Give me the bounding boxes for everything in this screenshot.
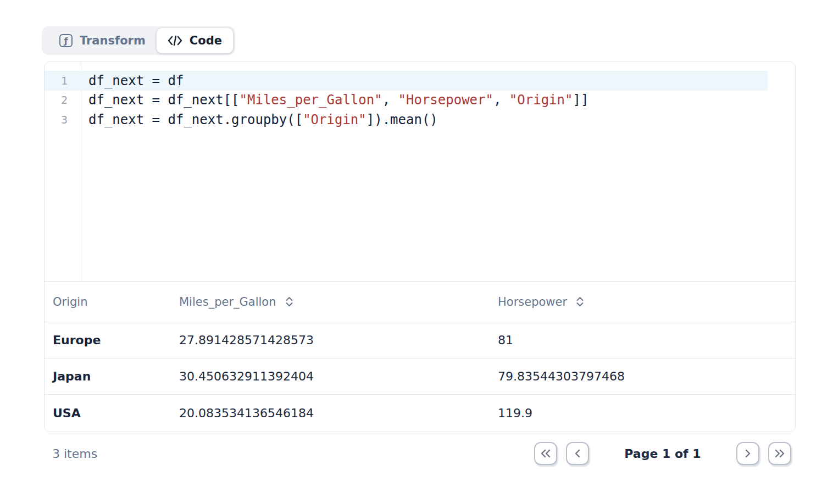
pagination: Page 1 of 1 <box>534 442 796 465</box>
table-row: Japan30.45063291139240479.83544303797468 <box>45 359 795 395</box>
code-line[interactable]: 2df_next = df_next[["Miles_per_Gallon", … <box>45 91 768 110</box>
column-label: Miles_per_Gallon <box>179 295 276 309</box>
cell-origin: Europe <box>45 333 179 347</box>
code-brackets-icon <box>168 35 182 46</box>
cell-horsepower: 119.9 <box>498 406 795 420</box>
table-row: USA20.083534136546184119.9 <box>45 395 795 432</box>
sort-arrows-icon[interactable] <box>285 296 294 307</box>
first-page-icon <box>540 449 551 458</box>
cell-miles-per-gallon: 30.450632911392404 <box>179 369 498 383</box>
code-editor[interactable]: 1df_next = df2df_next = df_next[["Miles_… <box>45 62 795 282</box>
sort-arrows-icon[interactable] <box>575 296 585 307</box>
next-page-button[interactable] <box>736 442 759 465</box>
table-header: OriginMiles_per_GallonHorsepower <box>45 282 795 322</box>
cell-horsepower: 81 <box>498 333 795 347</box>
tab-code[interactable]: Code <box>157 28 233 53</box>
cell-origin: Japan <box>45 369 179 383</box>
code-line[interactable]: 3df_next = df_next.groupby(["Origin"]).m… <box>45 110 768 130</box>
last-page-button[interactable] <box>768 442 791 465</box>
previous-page-icon <box>574 449 581 458</box>
code-text: df_next = df_next[["Miles_per_Gallon", "… <box>81 92 588 108</box>
view-switcher: ƒ Transform Code <box>42 26 235 55</box>
column-header-horsepower[interactable]: Horsepower <box>498 295 795 309</box>
cell-miles-per-gallon: 20.083534136546184 <box>179 406 498 420</box>
code-line[interactable]: 1df_next = df <box>45 71 768 91</box>
table-body: Europe27.89142857142857381Japan30.450632… <box>45 322 795 432</box>
column-label: Origin <box>53 295 87 309</box>
table-footer: 3 items Page 1 of 1 <box>44 439 796 468</box>
first-page-button[interactable] <box>534 442 557 465</box>
line-number: 1 <box>45 74 81 87</box>
column-label: Horsepower <box>498 295 567 309</box>
cell-origin: USA <box>45 406 179 420</box>
tab-transform[interactable]: ƒ Transform <box>42 26 157 55</box>
tab-transform-label: Transform <box>80 34 146 47</box>
items-count: 3 items <box>44 447 97 461</box>
next-page-icon <box>744 449 752 458</box>
tab-code-label: Code <box>190 34 222 47</box>
code-text: df_next = df <box>81 73 184 88</box>
line-number: 2 <box>45 93 81 107</box>
function-icon: ƒ <box>59 34 73 47</box>
last-page-icon <box>774 449 785 458</box>
column-header-origin: Origin <box>45 295 179 309</box>
transform-panel: 1df_next = df2df_next = df_next[["Miles_… <box>44 61 796 432</box>
cell-horsepower: 79.83544303797468 <box>498 369 795 383</box>
code-editor-lines: 1df_next = df2df_next = df_next[["Miles_… <box>45 71 795 130</box>
table-row: Europe27.89142857142857381 <box>45 322 795 359</box>
column-header-miles_per_gallon[interactable]: Miles_per_Gallon <box>179 295 498 309</box>
cell-miles-per-gallon: 27.891428571428573 <box>179 333 498 347</box>
page-indicator: Page 1 of 1 <box>598 447 728 461</box>
code-text: df_next = df_next.groupby(["Origin"]).me… <box>81 112 438 127</box>
line-number: 3 <box>45 113 81 126</box>
previous-page-button[interactable] <box>566 442 589 465</box>
